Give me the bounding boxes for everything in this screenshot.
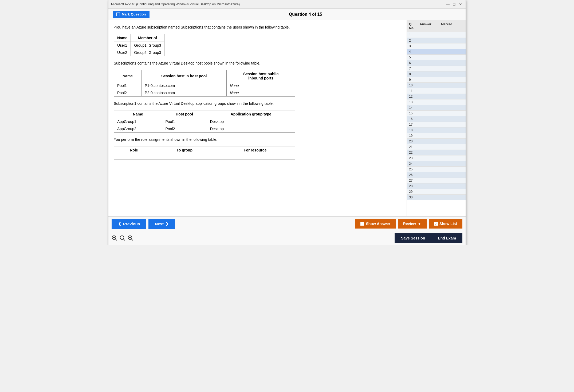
sidebar-col-qno: Q No.	[407, 21, 418, 31]
role-assignments-table: Role To group For resource	[114, 146, 295, 159]
sidebar-cell-marked	[436, 183, 455, 189]
zoom-in-icon	[112, 235, 117, 241]
sidebar-row[interactable]: 25	[407, 167, 466, 172]
show-list-checkbox-icon: ✓	[434, 222, 438, 226]
sidebar-cell-answer	[418, 167, 436, 172]
sidebar-row[interactable]: 26	[407, 172, 466, 178]
sidebar-cell-marked	[436, 94, 455, 99]
sidebar-rows: 1 2 3 4 5 6 7 8	[407, 32, 466, 200]
sidebar-cell-qno: 24	[407, 161, 418, 166]
sidebar-cell-marked	[436, 99, 455, 105]
sidebar-row[interactable]: 20	[407, 139, 466, 144]
svg-line-1	[115, 239, 117, 241]
maximize-button[interactable]: □	[452, 2, 457, 7]
close-button[interactable]: ✕	[458, 2, 463, 7]
show-answer-button[interactable]: Show Answer	[355, 219, 395, 229]
sidebar-cell-marked	[436, 195, 455, 200]
chevron-left-icon: ❮	[118, 221, 121, 226]
hp-col-ports: Session host publicinbound ports	[227, 70, 295, 82]
sidebar-row[interactable]: 9	[407, 77, 466, 83]
sidebar-cell-answer	[418, 155, 436, 161]
sidebar-cell-marked	[436, 155, 455, 161]
sidebar-row[interactable]: 18	[407, 127, 466, 133]
sidebar-row[interactable]: 14	[407, 105, 466, 111]
sidebar-row[interactable]: 23	[407, 155, 466, 161]
next-button[interactable]: Next ❯	[148, 219, 175, 229]
save-session-button[interactable]: Save Session	[395, 233, 431, 243]
mark-checkbox-icon	[116, 13, 120, 16]
sidebar-row[interactable]: 1	[407, 32, 466, 38]
sidebar-cell-qno: 4	[407, 49, 418, 54]
users-col-name: Name	[114, 34, 131, 42]
table-row: User1 Group1, Group3	[114, 42, 164, 49]
minimize-button[interactable]: —	[445, 2, 450, 7]
previous-button[interactable]: ❮ Previous	[112, 219, 146, 229]
sidebar-row[interactable]: 8	[407, 71, 466, 77]
sidebar-row[interactable]: 21	[407, 144, 466, 150]
sidebar-row[interactable]: 17	[407, 122, 466, 127]
sidebar-row[interactable]: 27	[407, 178, 466, 183]
sidebar-cell-marked	[436, 43, 455, 49]
zoom-in-button[interactable]	[112, 235, 117, 241]
sidebar-cell-marked	[436, 167, 455, 172]
sidebar-cell-answer	[418, 32, 436, 38]
sidebar-row[interactable]: 11	[407, 88, 466, 94]
sidebar-cell-qno: 29	[407, 189, 418, 194]
sidebar-row[interactable]: 30	[407, 195, 466, 200]
sidebar-row[interactable]: 3	[407, 43, 466, 49]
sidebar-row[interactable]: 16	[407, 116, 466, 122]
ra-row-empty	[114, 154, 295, 159]
sidebar-cell-qno: 27	[407, 178, 418, 183]
sidebar-cell-answer	[418, 122, 436, 127]
sidebar-cell-qno: 5	[407, 55, 418, 60]
sidebar-cell-marked	[436, 122, 455, 127]
sidebar-row[interactable]: 12	[407, 94, 466, 99]
zoom-reset-icon	[120, 235, 125, 241]
question-area: -You have an Azure subscription named Su…	[108, 20, 407, 216]
sidebar-row[interactable]: 5	[407, 55, 466, 60]
sidebar-cell-marked	[436, 66, 455, 71]
end-exam-button[interactable]: End Exam	[431, 233, 462, 243]
sidebar-row[interactable]: 28	[407, 183, 466, 189]
zoom-out-button[interactable]	[128, 235, 133, 241]
sidebar-row[interactable]: 2	[407, 38, 466, 43]
pool2-session: P2-0.contoso.com	[141, 89, 227, 97]
sidebar-cell-marked	[436, 71, 455, 77]
sidebar-cell-answer	[418, 66, 436, 71]
sidebar-cell-answer	[418, 116, 436, 122]
mark-question-button[interactable]: Mark Question	[113, 11, 150, 18]
sidebar-row[interactable]: 7	[407, 66, 466, 71]
sidebar-cell-answer	[418, 55, 436, 60]
show-list-button[interactable]: ✓ Show List	[429, 219, 462, 229]
sidebar-header: Q No. Answer Marked	[407, 20, 466, 32]
zoom-out-icon	[128, 235, 133, 241]
sidebar-col-answer: Answer	[418, 21, 439, 31]
review-button[interactable]: Review ▼	[398, 219, 427, 229]
zoom-reset-button[interactable]	[120, 235, 125, 241]
sidebar-row[interactable]: 29	[407, 189, 466, 195]
sidebar-cell-qno: 18	[407, 127, 418, 133]
sidebar-row[interactable]: 15	[407, 111, 466, 116]
sidebar-row[interactable]: 13	[407, 99, 466, 105]
sidebar-cell-qno: 30	[407, 195, 418, 200]
sidebar-row[interactable]: 6	[407, 60, 466, 66]
pool1-session: P1-0.contoso.com	[141, 82, 227, 89]
table-row: Pool2 P2-0.contoso.com None	[114, 89, 295, 97]
sidebar-cell-answer	[418, 99, 436, 105]
ag1-name: AppGroup1	[114, 118, 162, 125]
sidebar-cell-answer	[418, 133, 436, 138]
sidebar-row[interactable]: 24	[407, 161, 466, 167]
sidebar-cell-marked	[436, 172, 455, 178]
sidebar-row[interactable]: 19	[407, 133, 466, 139]
sidebar-row[interactable]: 4	[407, 49, 466, 55]
sidebar-row[interactable]: 22	[407, 150, 466, 155]
sidebar-cell-answer	[418, 150, 436, 155]
sidebar-cell-answer	[418, 161, 436, 166]
sidebar-cell-answer	[418, 43, 436, 49]
app-window: Microsoft AZ-140 (Configuring and Operat…	[108, 0, 466, 245]
sidebar-row[interactable]: 10	[407, 83, 466, 88]
zoom-controls	[112, 235, 133, 241]
header-bar: Mark Question Question 4 of 15	[108, 9, 466, 20]
sidebar-cell-qno: 7	[407, 66, 418, 71]
sidebar-cell-qno: 6	[407, 60, 418, 66]
